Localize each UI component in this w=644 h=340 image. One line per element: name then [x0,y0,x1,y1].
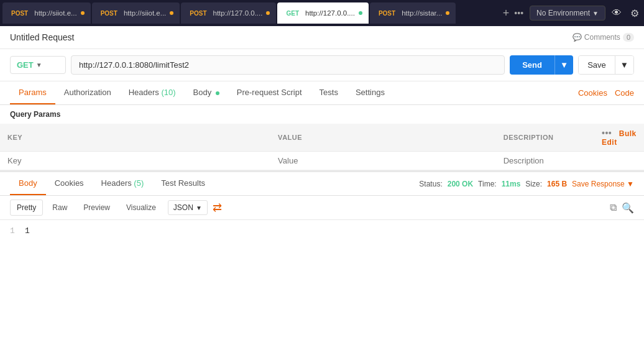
comments-count: 0 [623,33,634,42]
tab-3-url: http://127.0.0.... [213,9,263,17]
description-column-header: DESCRIPTION [496,124,594,152]
tab-1-dot [81,11,85,15]
tab-5-url: http://sistar... [402,9,442,17]
tab-bar: POST http://siiot.e... POST http://siiot… [0,0,644,26]
url-bar: GET ▼ Send ▼ Save ▼ [0,49,644,81]
code-link[interactable]: Code [615,88,634,98]
settings-icon-button[interactable]: ⚙ [628,5,642,22]
table-row-empty [0,152,644,170]
status-label: Status: [419,180,442,188]
tab-3-dot [266,11,270,15]
format-tab-raw[interactable]: Raw [45,200,74,216]
time-label: Time: [478,180,497,188]
comments-label: Comments [584,33,620,42]
tab-params[interactable]: Params [10,81,55,104]
tab-3-method: POST [187,9,209,17]
tab-5-dot [446,11,449,15]
save-button[interactable]: Save [579,56,615,74]
tab-2-url: http://siiot.e... [124,9,166,17]
url-input[interactable] [71,55,505,75]
save-button-group: Save ▼ [578,55,634,75]
request-title: Untitled Request [10,32,75,42]
send-dropdown-button[interactable]: ▼ [554,55,573,75]
query-params-section-title: Query Params [0,105,644,124]
request-tabs: Params Authorization Headers (10) Body P… [0,81,644,105]
method-selector[interactable]: GET ▼ [10,56,66,74]
line-number-1: 1 [10,226,25,236]
format-bar: Pretty Raw Preview Visualize JSON ▼ ⇄ ⧉ … [0,196,644,220]
tab-1[interactable]: POST http://siiot.e... [2,2,91,24]
tab-5[interactable]: POST http://sistar... [370,2,456,24]
response-section: Body Cookies Headers (5) Test Results St… [0,170,644,242]
format-tab-visualize[interactable]: Visualize [119,200,163,216]
code-output: 11 [0,220,644,242]
tab-body[interactable]: Body [185,81,228,104]
line-content-1: 1 [25,226,30,236]
response-status-bar: Status: 200 OK Time: 11ms Size: 165 B Sa… [419,180,634,188]
search-icon-button[interactable]: 🔍 [622,202,634,214]
save-dropdown-button[interactable]: ▼ [615,56,633,74]
request-title-row: Untitled Request 💬 Comments 0 [0,26,644,49]
method-value: GET [17,60,34,70]
key-column-header: KEY [0,124,270,152]
params-table: KEY VALUE DESCRIPTION ••• Bulk Edit [0,124,644,170]
value-column-header: VALUE [270,124,496,152]
more-tabs-button[interactable]: ••• [514,8,523,18]
send-button-group: Send ▼ [510,55,573,75]
tab-4-url: http://127.0.0.... [305,9,355,17]
add-tab-button[interactable]: + [503,7,510,19]
tab-prerequest[interactable]: Pre-request Script [228,81,311,104]
tab-tests[interactable]: Tests [311,81,347,104]
tab-2-dot [170,11,173,15]
status-value: 200 OK [448,180,473,188]
environment-selector[interactable]: No Environment ▼ [530,6,605,21]
response-tab-headers[interactable]: Headers (5) [93,172,153,195]
request-tab-actions: Cookies Code [578,88,634,98]
wrap-button[interactable]: ⇄ [213,201,222,214]
description-input[interactable] [504,156,587,165]
column-settings-icon[interactable]: ••• [602,128,612,138]
copy-icon-button[interactable]: ⧉ [610,202,617,214]
tab-4[interactable]: GET http://127.0.0.... [277,2,368,24]
format-tab-pretty[interactable]: Pretty [10,200,43,216]
format-actions: ⧉ 🔍 [610,202,634,214]
format-tab-preview[interactable]: Preview [76,200,117,216]
tab-1-url: http://siiot.e... [34,9,76,17]
comment-icon: 💬 [573,33,582,42]
tab-3[interactable]: POST http://127.0.0.... [181,2,276,24]
send-button[interactable]: Send [510,55,554,75]
cookies-link[interactable]: Cookies [578,88,607,98]
env-chevron-icon: ▼ [592,10,599,17]
tab-headers[interactable]: Headers (10) [120,81,185,104]
tab-2[interactable]: POST http://siiot.e... [92,2,180,24]
format-chevron-icon: ▼ [196,204,202,211]
key-input[interactable] [7,156,263,165]
environment-label: No Environment [536,9,590,17]
method-chevron-icon: ▼ [36,62,42,68]
eye-icon-button[interactable]: 👁 [609,5,624,21]
tab-5-method: POST [376,9,398,17]
size-value: 165 B [547,180,567,188]
tab-4-method: GET [283,9,301,17]
response-tab-test-results[interactable]: Test Results [152,172,214,195]
table-actions-header: ••• Bulk Edit [594,124,644,152]
response-tab-cookies[interactable]: Cookies [46,172,93,195]
tab-1-method: POST [9,9,30,17]
comments-button[interactable]: 💬 Comments 0 [573,33,634,42]
format-type-selector[interactable]: JSON ▼ [168,200,208,215]
format-type-value: JSON [173,203,193,212]
time-value: 11ms [502,180,521,188]
response-tab-body[interactable]: Body [10,172,46,195]
save-response-button[interactable]: Save Response ▼ [572,180,634,188]
value-input[interactable] [278,156,489,165]
size-label: Size: [525,180,542,188]
tab-authorization[interactable]: Authorization [55,81,120,104]
response-tabs: Body Cookies Headers (5) Test Results St… [0,172,644,196]
tab-2-method: POST [98,9,120,17]
tab-4-dot [359,11,362,15]
tab-settings[interactable]: Settings [347,81,393,104]
tab-actions: + ••• [503,7,523,19]
